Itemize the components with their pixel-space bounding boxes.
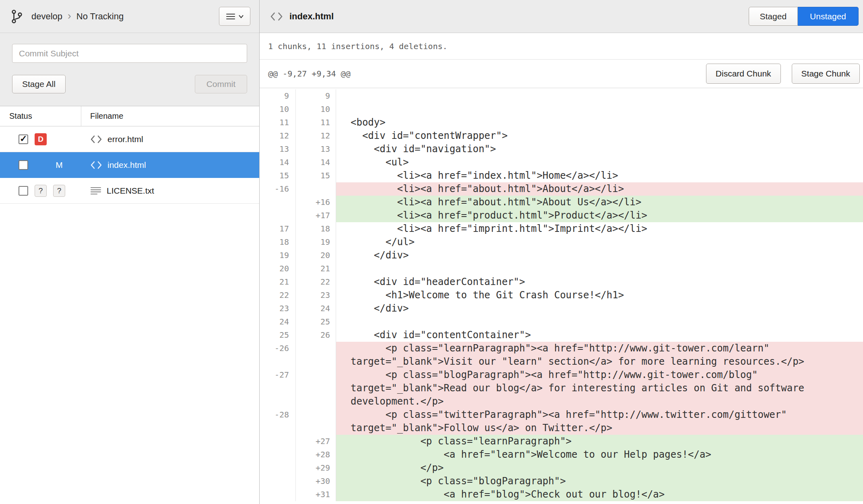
- new-line-number: 26: [296, 328, 336, 342]
- diff-pane: index.html Staged Unstaged 1 chunks, 11 …: [260, 0, 863, 504]
- file-row-index-html[interactable]: M index.html: [0, 152, 259, 178]
- file-row-error-html[interactable]: D error.html: [0, 126, 259, 152]
- file-name-cell: error.html: [81, 134, 259, 144]
- diff-line[interactable]: +16 <li><a href="about.html">About Us</a…: [260, 196, 863, 209]
- old-line-number: [260, 448, 296, 461]
- new-line-number: 20: [296, 249, 336, 262]
- staged-unstaged-toggle: Staged Unstaged: [749, 7, 859, 26]
- diff-line[interactable]: 14 14 <ul>: [260, 156, 863, 169]
- diff-line[interactable]: 20 21: [260, 262, 863, 275]
- options-menu-button[interactable]: [219, 7, 250, 26]
- old-line-number: [260, 382, 296, 395]
- old-line-number: [260, 355, 296, 368]
- diff-line-code: [336, 89, 863, 103]
- old-line-number: 13: [260, 143, 296, 156]
- diff-line[interactable]: +31 <a href="blog">Check out our blog!</…: [260, 488, 863, 501]
- file-name: index.html: [107, 160, 146, 170]
- new-line-number: 25: [296, 315, 336, 328]
- diff-line[interactable]: +30 <p class="blogParagraph">: [260, 475, 863, 488]
- diff-line[interactable]: 11 11 <body>: [260, 116, 863, 129]
- diff-line[interactable]: 15 15 <li><a href="index.html">Home</a><…: [260, 169, 863, 182]
- diff-line-code: <a href="blog">Check out our blog!</a>: [336, 488, 863, 501]
- diff-line[interactable]: -27 <p class="blogParagraph"><a href="ht…: [260, 368, 863, 382]
- new-line-number: 18: [296, 222, 336, 235]
- file-status-cell: D: [0, 133, 81, 145]
- diff-line[interactable]: +28 <a href="learn">Welcome to our Help …: [260, 448, 863, 461]
- stage-all-button[interactable]: Stage All: [12, 75, 66, 93]
- new-line-number: [296, 368, 336, 382]
- status-badge-untracked: ?: [35, 185, 47, 197]
- diff-line[interactable]: development.</p>: [260, 395, 863, 408]
- diff-line-code: </ul>: [336, 235, 863, 249]
- diff-line[interactable]: 10 10: [260, 103, 863, 116]
- diff-stats: 1 chunks, 11 insertions, 4 deletions.: [260, 33, 863, 60]
- old-line-number: 10: [260, 103, 296, 116]
- commit-subject-input[interactable]: [12, 44, 247, 63]
- diff-line[interactable]: 25 26 <div id="contentContainer">: [260, 328, 863, 342]
- diff-line-code: <div id="headerContainer">: [336, 275, 863, 289]
- diff-line-code: <div id="contentContainer">: [336, 328, 863, 342]
- diff-line[interactable]: 19 20 </div>: [260, 249, 863, 262]
- file-checkbox[interactable]: [19, 186, 28, 196]
- new-line-number: 15: [296, 169, 336, 182]
- diff-line[interactable]: 18 19 </ul>: [260, 235, 863, 249]
- code-file-icon: [90, 135, 102, 144]
- diff-body: 9 9 10 10 11 11 <body> 12 12 <div id="co…: [260, 88, 863, 504]
- stage-chunk-button[interactable]: Stage Chunk: [792, 64, 860, 84]
- status-badge-untracked: ?: [53, 185, 65, 197]
- old-line-number: 11: [260, 116, 296, 129]
- diff-line[interactable]: 9 9: [260, 89, 863, 103]
- new-line-number: [296, 355, 336, 368]
- breadcrumb-separator-icon: ›: [68, 10, 71, 22]
- diff-line-code: <li><a href="index.html">Home</a></li>: [336, 169, 863, 182]
- old-line-number: 25: [260, 328, 296, 342]
- diff-line[interactable]: +17 <li><a href="product.html">Product</…: [260, 209, 863, 222]
- tracking-status: No Tracking: [76, 11, 124, 22]
- diff-line[interactable]: +29 </p>: [260, 461, 863, 475]
- old-line-number: [260, 421, 296, 435]
- file-status-cell: ? ?: [0, 185, 81, 197]
- branch-breadcrumb: develop › No Tracking: [31, 10, 219, 22]
- diff-line[interactable]: -16 <li><a href="about.html">About</a></…: [260, 182, 863, 196]
- file-checkbox[interactable]: [19, 160, 28, 170]
- diff-line-code: <p class="learnParagraph">: [336, 435, 863, 448]
- old-line-number: 21: [260, 275, 296, 289]
- new-line-number: +27: [296, 435, 336, 448]
- diff-line[interactable]: 23 24 </div>: [260, 302, 863, 315]
- status-badge-modified: M: [53, 159, 65, 171]
- discard-chunk-button[interactable]: Discard Chunk: [706, 64, 781, 84]
- diff-line[interactable]: -26 <p class="learnParagraph"><a href="h…: [260, 342, 863, 355]
- diff-line[interactable]: 13 13 <div id="navigation">: [260, 143, 863, 156]
- new-line-number: 22: [296, 275, 336, 289]
- diff-line[interactable]: 12 12 <div id="contentWrapper">: [260, 129, 863, 143]
- chunk-header-row: @@ -9,27 +9,34 @@ Discard Chunk Stage Ch…: [260, 60, 863, 88]
- staged-tab[interactable]: Staged: [749, 7, 798, 26]
- diff-line-code: development.</p>: [336, 395, 863, 408]
- diff-line[interactable]: target="_blank">Visit our "learn" sectio…: [260, 355, 863, 368]
- file-name: LICENSE.txt: [107, 186, 154, 196]
- unstaged-tab[interactable]: Unstaged: [798, 7, 859, 26]
- chunk-range-label: @@ -9,27 +9,34 @@: [268, 69, 695, 78]
- diff-line-code: <p class="blogParagraph"><a href="http:/…: [336, 368, 863, 382]
- diff-line[interactable]: 24 25: [260, 315, 863, 328]
- diff-line[interactable]: 22 23 <h1>Welcome to the Git Crash Cours…: [260, 289, 863, 302]
- diff-line-code: target="_blank">Visit our "learn" sectio…: [336, 355, 863, 368]
- file-name-cell: LICENSE.txt: [81, 186, 259, 196]
- branch-name: develop: [31, 11, 62, 22]
- diff-line[interactable]: 17 18 <li><a href="imprint.html">Imprint…: [260, 222, 863, 235]
- commit-button[interactable]: Commit: [195, 75, 247, 93]
- diff-line-code: <li><a href="about.html">About</a></li>: [336, 182, 863, 196]
- file-name-cell: index.html: [81, 160, 259, 170]
- diff-line[interactable]: target="_blank">Follow us</a> on Twitter…: [260, 421, 863, 435]
- diff-line[interactable]: -28 <p class="twitterParagraph"><a href=…: [260, 408, 863, 421]
- new-line-number: +31: [296, 488, 336, 501]
- diff-line[interactable]: 21 22 <div id="headerContainer">: [260, 275, 863, 289]
- filename-column-header: Filename: [81, 106, 259, 126]
- file-row-license-txt[interactable]: ? ? LICENSE.txt: [0, 178, 259, 204]
- file-checkbox[interactable]: [19, 134, 28, 144]
- git-branch-icon: [9, 8, 25, 25]
- diff-line[interactable]: target="_blank">Read our blog</a> for in…: [260, 382, 863, 395]
- new-line-number: 11: [296, 116, 336, 129]
- diff-line-code: <body>: [336, 116, 863, 129]
- diff-line[interactable]: +27 <p class="learnParagraph">: [260, 435, 863, 448]
